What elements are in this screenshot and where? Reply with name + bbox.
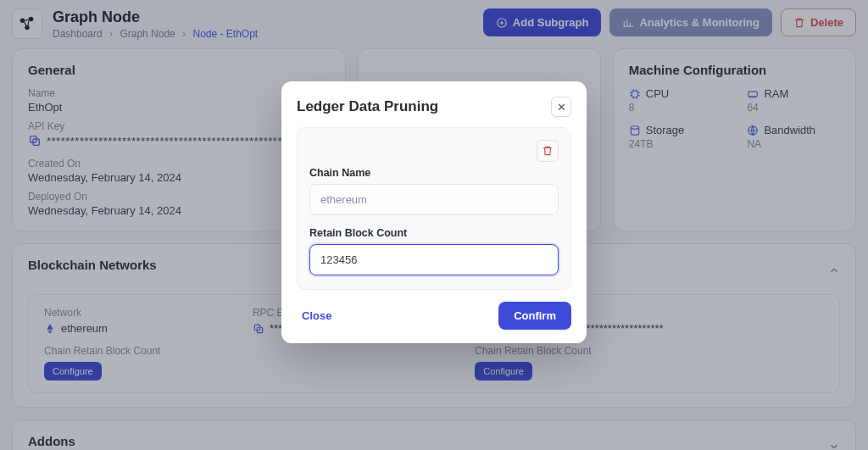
retain-count-label: Retain Block Count: [309, 227, 559, 239]
retain-count-input[interactable]: [309, 244, 559, 275]
chain-name-label: Chain Name: [309, 167, 559, 179]
modal-close-link[interactable]: Close: [297, 302, 337, 330]
modal-title: Ledger Data Pruning: [297, 98, 438, 115]
trash-icon: [542, 145, 554, 157]
close-icon: ✕: [557, 101, 566, 114]
remove-row-button[interactable]: [537, 140, 559, 162]
chain-name-input: [309, 184, 559, 215]
modal-confirm-button[interactable]: Confirm: [498, 302, 571, 330]
modal-close-button[interactable]: ✕: [551, 97, 571, 117]
pruning-modal: Ledger Data Pruning ✕ Chain Name Retain …: [281, 81, 587, 343]
modal-form: Chain Name Retain Block Count: [297, 127, 571, 290]
modal-overlay[interactable]: Ledger Data Pruning ✕ Chain Name Retain …: [0, 0, 868, 450]
